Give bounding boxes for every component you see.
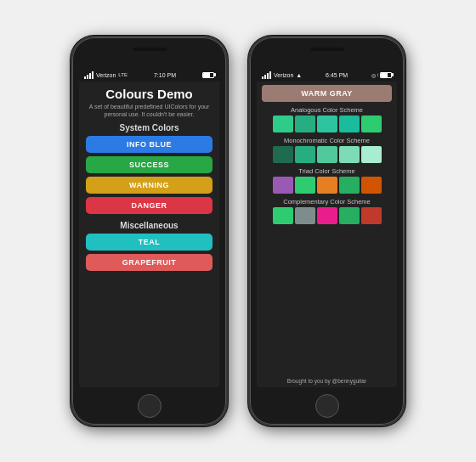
home-button-2[interactable] [315, 394, 339, 418]
swatch [295, 146, 315, 163]
swatch [339, 177, 360, 194]
swatch [273, 116, 293, 132]
swatch [273, 207, 293, 224]
analogous-label: Analogous Color Scheme [262, 106, 392, 114]
battery-icon-2 [380, 72, 392, 78]
phone2-content: WARM GRAY Analogous Color Scheme Monochr… [257, 82, 397, 387]
phone1-status-bar: Verizon LTE 7:10 PM [79, 68, 219, 82]
swatch [273, 177, 293, 194]
phone2-screen: Verizon ▲ 6:45 PM ◎ ↕ WARM GRAY Analogou… [257, 68, 397, 387]
phone-1: Verizon LTE 7:10 PM Colours Demo A set o… [71, 36, 228, 426]
analogous-swatches [262, 116, 392, 132]
monochromatic-scheme: Monochromatic Color Scheme [262, 137, 392, 163]
swatch [295, 177, 315, 194]
wifi-icon: ▲ [296, 72, 302, 78]
monochromatic-label: Monochromatic Color Scheme [262, 137, 392, 144]
swatch [317, 116, 337, 132]
success-btn[interactable]: SUCCESS [86, 156, 212, 173]
monochromatic-swatches [262, 146, 392, 163]
misc-section: Miscellaneous TEAL GRAPEFRUIT [86, 221, 212, 274]
complementary-swatches [262, 207, 392, 224]
signal-bars [84, 71, 94, 79]
info-blue-btn[interactable]: INFO BLUE [86, 136, 212, 153]
swatch [295, 116, 315, 132]
triad-scheme: Triad Color Scheme [262, 167, 392, 194]
app-subtitle: A set of beautiful predefined UIColors f… [86, 103, 212, 118]
swatch [339, 146, 360, 163]
complementary-scheme: Complementary Color Scheme [262, 198, 392, 224]
system-colors-heading: System Colors [86, 123, 212, 132]
home-button[interactable] [138, 394, 162, 418]
rotation-icon: ↕ [377, 72, 379, 77]
app-title: Colours Demo [86, 87, 212, 101]
swatch [361, 177, 382, 194]
footer-text: Brought to you by @bennyguitar [262, 375, 392, 384]
teal-btn[interactable]: TEAL [86, 234, 212, 251]
grapefruit-btn[interactable]: GRAPEFRUIT [86, 254, 212, 271]
swatch [317, 207, 337, 224]
danger-btn[interactable]: DANGER [86, 197, 212, 214]
warm-gray-bar[interactable]: WARM GRAY [262, 85, 392, 102]
location-icon: ◎ [371, 72, 376, 78]
swatch [361, 116, 382, 132]
network-label: LTE [118, 72, 128, 77]
phone1-content: Colours Demo A set of beautiful predefin… [79, 82, 219, 387]
swatch [317, 177, 337, 194]
misc-heading: Miscellaneous [86, 221, 212, 230]
swatch [339, 207, 360, 224]
swatch [273, 146, 293, 163]
carrier-label-2: Verizon [274, 72, 293, 78]
phone-2: Verizon ▲ 6:45 PM ◎ ↕ WARM GRAY Analogou… [248, 36, 405, 426]
swatch [295, 207, 315, 224]
battery-icon [202, 72, 214, 78]
swatch [361, 146, 382, 163]
time-label: 7:10 PM [154, 72, 176, 78]
phone2-status-bar: Verizon ▲ 6:45 PM ◎ ↕ [257, 68, 397, 82]
triad-label: Triad Color Scheme [262, 167, 392, 175]
carrier-label: Verizon [96, 72, 116, 78]
swatch [317, 146, 337, 163]
swatch [361, 207, 382, 224]
triad-swatches [262, 177, 392, 194]
complementary-label: Complementary Color Scheme [262, 198, 392, 206]
warning-btn[interactable]: WARNING [86, 177, 212, 194]
signal-bars-2 [262, 71, 271, 79]
analogous-scheme: Analogous Color Scheme [262, 106, 392, 132]
time-label-2: 6:45 PM [326, 72, 348, 78]
swatch [339, 116, 360, 132]
phone1-screen: Verizon LTE 7:10 PM Colours Demo A set o… [79, 68, 219, 387]
